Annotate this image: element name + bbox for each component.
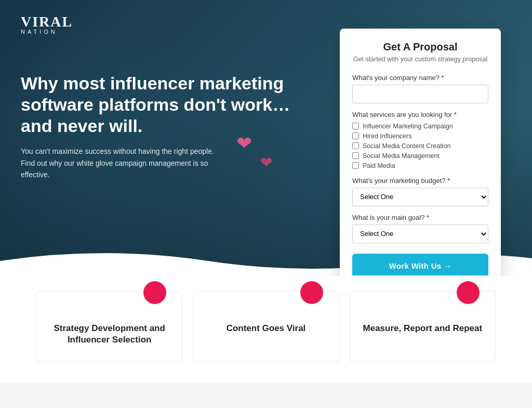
work-with-us-button[interactable]: Work With Us → xyxy=(352,254,488,276)
logo: VIRAL NATION xyxy=(21,15,73,35)
goal-label: What is your main goal? * xyxy=(352,214,488,221)
service-checkbox-2[interactable] xyxy=(352,133,359,139)
company-label: What's your company name? * xyxy=(352,74,488,82)
service-label-5: Paid Media xyxy=(363,162,395,169)
service-checkbox-5[interactable] xyxy=(352,162,359,169)
hero-subtitle: You can't maximize success without havin… xyxy=(21,146,218,180)
hero-content: Why most influencer marketing software p… xyxy=(21,73,291,181)
card-subtitle: Get started with your custom strategy pr… xyxy=(352,55,488,64)
service-item-1[interactable]: Influencer Marketing Campaign xyxy=(352,123,488,130)
dot-badge-1 xyxy=(143,281,166,304)
bottom-card-title-1: Strategy Development and Influencer Sele… xyxy=(49,323,169,346)
service-label-4: Social Media Management xyxy=(363,152,440,160)
service-label-1: Influencer Marketing Campaign xyxy=(363,123,453,130)
service-checkbox-1[interactable] xyxy=(352,123,359,129)
dot-badge-2 xyxy=(300,281,323,304)
services-label: What services are you looking for * xyxy=(352,111,488,119)
bottom-card-1: Strategy Development and Influencer Sele… xyxy=(36,291,182,362)
dot-badge-3 xyxy=(457,281,480,304)
services-checkbox-group: Influencer Marketing Campaign Hired Infl… xyxy=(352,123,488,169)
service-item-2[interactable]: Hired Influencers xyxy=(352,133,488,140)
budget-select[interactable]: Select One Under $10K $10K - $50K $50K -… xyxy=(352,188,488,206)
service-checkbox-4[interactable] xyxy=(352,152,359,159)
heart-icon-2: ❤ xyxy=(260,153,273,172)
service-item-3[interactable]: Social Media Content Creation xyxy=(352,142,488,150)
service-label-2: Hired Influencers xyxy=(363,133,412,140)
bottom-card-3: Measure, Report and Repeat xyxy=(350,291,496,362)
bottom-section: Strategy Development and Influencer Sele… xyxy=(0,275,532,383)
hero-title: Why most influencer marketing software p… xyxy=(21,73,291,136)
proposal-card: Get A Proposal Get started with your cus… xyxy=(340,29,501,275)
service-label-3: Social Media Content Creation xyxy=(363,142,451,150)
service-item-4[interactable]: Social Media Management xyxy=(352,152,488,160)
goal-select[interactable]: Select One Brand Awareness Lead Generati… xyxy=(352,225,488,243)
bottom-card-2: Content Goes Viral xyxy=(193,291,339,362)
company-input[interactable] xyxy=(352,85,488,103)
bottom-card-title-2: Content Goes Viral xyxy=(206,323,326,334)
service-item-5[interactable]: Paid Media xyxy=(352,162,488,169)
heart-icon-1: ❤ xyxy=(236,133,252,154)
budget-label: What's your marketing budget? * xyxy=(352,177,488,185)
logo-nation: NATION xyxy=(21,29,73,35)
card-title: Get A Proposal xyxy=(352,41,488,53)
hero-section: VIRAL NATION Why most influencer marketi… xyxy=(0,0,532,275)
service-checkbox-3[interactable] xyxy=(352,142,359,149)
bottom-card-title-3: Measure, Report and Repeat xyxy=(363,323,483,334)
logo-viral: VIRAL xyxy=(21,15,73,29)
